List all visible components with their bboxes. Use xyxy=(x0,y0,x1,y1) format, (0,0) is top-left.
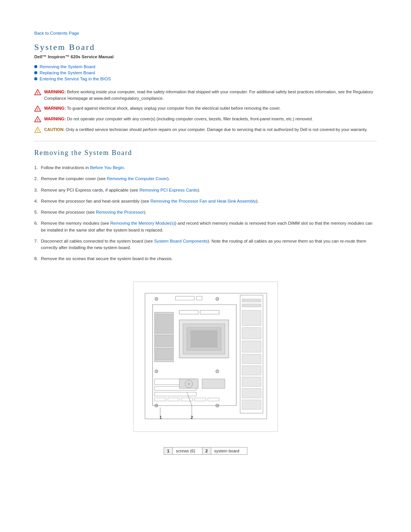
svg-line-67 xyxy=(187,392,192,406)
step-num-2: 2. xyxy=(34,176,38,182)
step-text-6: Remove the memory modules (see Removing … xyxy=(41,220,377,233)
section-divider xyxy=(34,141,377,141)
removing-pci-express-link[interactable]: Removing PCI Express Cards xyxy=(139,188,198,192)
section-title-removing: Removing the System Board xyxy=(34,149,377,157)
before-you-begin-link[interactable]: Before You Begin xyxy=(90,165,124,170)
svg-rect-31 xyxy=(156,335,172,347)
svg-rect-38 xyxy=(200,310,219,314)
step-text-4: Remove the processor fan and heat-sink a… xyxy=(41,198,377,204)
step-1: 1. Follow the instructions in Before You… xyxy=(34,165,377,171)
step-num-1: 1. xyxy=(34,165,38,171)
warning-icon-1: ! xyxy=(34,89,41,96)
system-board-components-link[interactable]: System Board Components xyxy=(154,239,208,243)
removing-processor-link[interactable]: Removing the Processor xyxy=(96,210,144,214)
legend-text-1: screws (6) xyxy=(173,447,202,454)
toc-dot xyxy=(34,77,37,80)
svg-rect-32 xyxy=(156,348,172,360)
svg-rect-30 xyxy=(156,314,172,333)
step-7: 7. Disconnect all cables connected to th… xyxy=(34,238,377,251)
legend-text-2: system board xyxy=(211,447,247,454)
svg-text:!: ! xyxy=(37,129,38,133)
step-text-1: Follow the instructions in Before You Be… xyxy=(41,165,377,171)
svg-rect-18 xyxy=(242,377,261,387)
toc-item-bios: Entering the Service Tag in the BIOS xyxy=(34,77,377,81)
step-5: 5. Remove the processor (see Removing th… xyxy=(34,209,377,216)
toc-dot xyxy=(34,71,37,74)
back-to-contents-link[interactable]: Back to Contents Page xyxy=(34,31,79,35)
svg-rect-20 xyxy=(242,400,261,409)
svg-text:!: ! xyxy=(37,118,38,122)
warning-item-3: ! WARNING: Do not operate your computer … xyxy=(34,116,377,123)
step-text-7: Disconnect all cables connected to the s… xyxy=(41,238,377,251)
svg-rect-60 xyxy=(181,398,193,401)
diagram-container: 1 2 xyxy=(133,281,278,432)
warning-icon-2: ! xyxy=(34,105,41,112)
svg-rect-47 xyxy=(155,392,196,396)
legend-table: 1 screws (6) 2 system board xyxy=(164,447,247,455)
svg-rect-15 xyxy=(242,341,261,352)
toc-item-removing: Removing the System Board xyxy=(34,64,377,69)
step-num-3: 3. xyxy=(34,187,38,193)
step-3: 3. Remove any PCI Express cards, if appl… xyxy=(34,187,377,193)
svg-text:!: ! xyxy=(37,107,38,111)
legend-row-1: 1 screws (6) 2 system board xyxy=(164,447,247,454)
caution-text: CAUTION: Only a certified service techni… xyxy=(44,126,368,133)
step-text-5: Remove the processor (see Removing the P… xyxy=(41,209,377,216)
warning-item-1: ! WARNING: Before working inside your co… xyxy=(34,89,377,101)
svg-rect-51 xyxy=(202,379,225,388)
legend-num-2: 2 xyxy=(202,447,211,454)
svg-point-50 xyxy=(188,383,190,385)
svg-rect-22 xyxy=(196,296,202,300)
page-title: System Board xyxy=(34,42,377,52)
svg-text:!: ! xyxy=(37,91,38,95)
removing-computer-cover-link[interactable]: Removing the Computer Cover xyxy=(107,176,167,181)
step-2: 2. Remove the computer cover (see Removi… xyxy=(34,176,377,182)
step-6: 6. Remove the memory modules (see Removi… xyxy=(34,220,377,233)
step-num-7: 7. xyxy=(34,238,38,251)
svg-rect-37 xyxy=(179,310,198,314)
caution-item: ! CAUTION: Only a certified service tech… xyxy=(34,126,377,133)
toc-dot xyxy=(34,65,37,68)
step-text-3: Remove any PCI Express cards, if applica… xyxy=(41,187,377,193)
svg-rect-14 xyxy=(242,328,261,339)
step-4: 4. Remove the processor fan and heat-sin… xyxy=(34,198,377,204)
legend-num-1: 1 xyxy=(164,447,173,454)
svg-rect-58 xyxy=(155,398,166,401)
svg-rect-17 xyxy=(242,366,261,375)
warning-text-1: WARNING: Before working inside your comp… xyxy=(44,89,377,101)
system-board-diagram: 1 2 xyxy=(141,289,271,423)
steps-list: 1. Follow the instructions in Before You… xyxy=(34,165,377,262)
svg-rect-19 xyxy=(242,388,261,398)
svg-rect-61 xyxy=(194,398,206,401)
warnings-section: ! WARNING: Before working inside your co… xyxy=(34,89,377,133)
toc-link-replacing[interactable]: Replacing the System Board xyxy=(40,70,95,75)
toc-link-bios[interactable]: Entering the Service Tag in the BIOS xyxy=(40,77,111,81)
svg-rect-16 xyxy=(242,354,261,364)
step-num-6: 6. xyxy=(34,220,38,233)
step-8: 8. Remove the six screws that secure the… xyxy=(34,256,377,262)
warning-item-2: ! WARNING: To guard against electrical s… xyxy=(34,105,377,112)
svg-text:1: 1 xyxy=(159,415,162,420)
caution-icon: ! xyxy=(34,126,41,133)
svg-rect-11 xyxy=(242,299,261,302)
svg-rect-36 xyxy=(191,331,217,347)
svg-rect-59 xyxy=(168,398,179,401)
svg-rect-62 xyxy=(208,398,219,401)
removing-memory-modules-link[interactable]: Removing the Memory Module(s) xyxy=(110,221,175,225)
svg-rect-13 xyxy=(242,310,261,326)
svg-rect-21 xyxy=(175,296,194,300)
step-num-8: 8. xyxy=(34,256,38,262)
page-subtitle: Dell™ Inspiron™ 620s Service Manual xyxy=(34,54,377,59)
step-text-8: Remove the six screws that secure the sy… xyxy=(41,256,377,262)
warning-text-2: WARNING: To guard against electrical sho… xyxy=(44,105,281,112)
toc-link-removing[interactable]: Removing the System Board xyxy=(40,64,95,69)
removing-processor-fan-link[interactable]: Removing the Processor Fan and Heat-Sink… xyxy=(150,199,256,203)
warning-text-3: WARNING: Do not operate your computer wi… xyxy=(44,116,313,122)
warning-icon-3: ! xyxy=(34,116,41,123)
svg-rect-12 xyxy=(242,304,261,307)
step-num-5: 5. xyxy=(34,209,38,216)
toc-list: Removing the System Board Replacing the … xyxy=(34,64,377,81)
step-text-2: Remove the computer cover (see Removing … xyxy=(41,176,377,182)
step-num-4: 4. xyxy=(34,198,38,204)
toc-item-replacing: Replacing the System Board xyxy=(34,70,377,75)
